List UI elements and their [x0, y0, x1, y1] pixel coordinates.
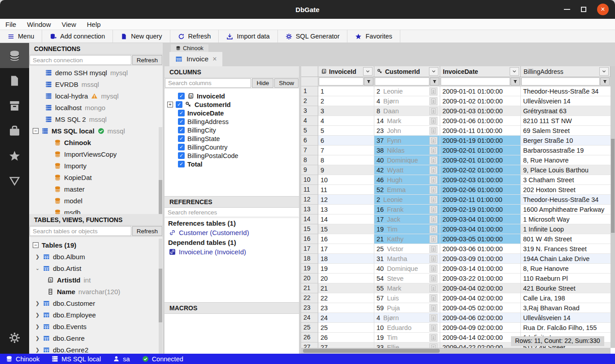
activitybar-settings[interactable] — [0, 325, 29, 350]
open-lookup-button[interactable] — [429, 146, 437, 154]
row-number[interactable]: 24 — [301, 313, 318, 323]
row-number[interactable]: 5 — [301, 126, 318, 136]
open-lookup-button[interactable] — [429, 117, 437, 125]
table-item[interactable]: ⌄ dbo.Artist — [29, 262, 163, 274]
close-button[interactable]: × — [597, 4, 609, 15]
cell-billingaddress[interactable]: Ullevålsveien 14 — [521, 313, 611, 323]
cell-invoiceid[interactable]: 1 — [318, 86, 374, 96]
cell-customerid[interactable]: 59 Puja — [374, 303, 440, 313]
row-number[interactable]: 21 — [301, 283, 318, 293]
table-item[interactable]: ❯ dbo.Genre2 — [29, 344, 163, 354]
row-number[interactable]: 19 — [301, 264, 318, 274]
row-number[interactable]: 8 — [301, 155, 318, 165]
checked-checkbox[interactable]: ✓ — [178, 118, 185, 125]
cell-customerid[interactable]: 10 Eduardo — [374, 323, 440, 333]
row-number[interactable]: 15 — [301, 224, 318, 234]
cell-customerid[interactable]: 25 Victor — [374, 244, 440, 254]
cell-invoicedate[interactable]: 2009-02-01 01:00:00 — [440, 155, 521, 165]
column-checkbox-row[interactable]: ✓ BillingAddress — [165, 117, 299, 126]
cell-customerid[interactable]: 33 Ellie — [374, 343, 440, 348]
cell-invoicedate[interactable]: 2009-03-05 01:00:00 — [440, 234, 521, 244]
cell-invoiceid[interactable]: 2 — [318, 96, 374, 106]
reference-link[interactable]: Customer (CustomerId) — [165, 228, 299, 237]
activitybar-item[interactable] — [0, 168, 29, 193]
row-number[interactable]: 4 — [301, 116, 318, 126]
cell-invoiceid[interactable]: 14 — [318, 214, 374, 224]
tables-refresh-button[interactable]: Refresh — [132, 226, 162, 236]
row-number[interactable]: 25 — [301, 323, 318, 333]
cell-invoicedate[interactable]: 2009-01-19 01:00:00 — [440, 136, 521, 146]
cell-invoiceid[interactable]: 4 — [318, 116, 374, 126]
activitybar-item[interactable] — [0, 68, 29, 93]
row-number[interactable]: 17 — [301, 244, 318, 254]
filter-button[interactable] — [364, 77, 373, 86]
open-lookup-button[interactable] — [429, 235, 437, 243]
cell-invoicedate[interactable]: 2009-02-01 01:00:00 — [440, 146, 521, 155]
row-number[interactable]: 9 — [301, 165, 318, 175]
cell-invoiceid[interactable]: 13 — [318, 205, 374, 214]
table-item[interactable]: ❯ dbo.Genre — [29, 332, 163, 344]
cell-customerid[interactable]: 21 Kathy — [374, 234, 440, 244]
chevron-right-icon[interactable]: ❯ — [35, 347, 40, 353]
open-lookup-button[interactable] — [429, 137, 437, 145]
cell-invoiceid[interactable]: 16 — [318, 234, 374, 244]
cell-customerid[interactable]: 42 Wyatt — [374, 165, 440, 175]
cell-customerid[interactable]: 19 Tim — [374, 224, 440, 234]
checked-checkbox[interactable]: ✓ — [178, 152, 185, 159]
grid-column-header-invoiceId[interactable]: 1 InvoiceId — [318, 66, 374, 77]
row-number[interactable]: 23 — [301, 303, 318, 313]
open-lookup-button[interactable] — [429, 206, 437, 214]
connection-item[interactable]: ImportViewsCopy — [29, 148, 163, 160]
menu-help[interactable]: Help — [87, 21, 101, 28]
statusbar-connected[interactable]: Connected — [142, 355, 183, 363]
cell-billingaddress[interactable]: Ullevålsveien 14 — [521, 96, 611, 106]
cell-billingaddress[interactable]: 194A Chain Lake Drive — [521, 254, 611, 264]
row-number[interactable]: 3 — [301, 106, 318, 116]
column-checkbox-row[interactable]: ✓ InvoiceDate — [165, 109, 299, 117]
columns-hide-button[interactable]: Hide — [252, 78, 273, 88]
row-number[interactable]: 7 — [301, 146, 318, 155]
checked-checkbox[interactable]: ✓ — [178, 135, 185, 142]
filter-button[interactable] — [600, 77, 610, 86]
row-number[interactable]: 18 — [301, 254, 318, 264]
columns-search-input[interactable] — [165, 78, 251, 88]
toolbar-sql-generator-button[interactable]: SQL Generator — [278, 30, 348, 43]
cell-customerid[interactable]: 40 Dominique — [374, 155, 440, 165]
tab-close-icon[interactable]: × — [212, 56, 217, 63]
filter-button[interactable] — [430, 77, 439, 86]
open-lookup-button[interactable] — [429, 314, 437, 322]
toolbar-menu-button[interactable]: Menu — [0, 30, 42, 43]
column-menu-button[interactable] — [599, 67, 609, 76]
cell-billingaddress[interactable]: 202 Hoxton Street — [521, 185, 611, 195]
column-checkbox-row[interactable]: ✓ BillingCountry — [165, 143, 299, 151]
minimize-button[interactable] — [564, 9, 570, 10]
row-number[interactable]: 12 — [301, 195, 318, 205]
connection-item[interactable]: master — [29, 183, 163, 195]
open-lookup-button[interactable] — [429, 107, 437, 115]
open-lookup-button[interactable] — [429, 343, 437, 348]
cell-customerid[interactable]: 46 Hugh — [374, 175, 440, 185]
connection-item[interactable]: EVRDB mssql — [29, 78, 163, 90]
cell-invoiceid[interactable]: 11 — [318, 185, 374, 195]
collapse-expander[interactable]: − — [33, 128, 39, 134]
row-number[interactable]: 20 — [301, 274, 318, 283]
maximize-button[interactable] — [581, 7, 586, 12]
cell-invoiceid[interactable]: 15 — [318, 224, 374, 234]
cell-customerid[interactable]: 4 Bjørn — [374, 313, 440, 323]
cell-customerid[interactable]: 57 Luis — [374, 293, 440, 303]
cell-invoiceid[interactable]: 7 — [318, 146, 374, 155]
column-checkbox-row[interactable]: ✓ BillingCity — [165, 126, 299, 134]
cell-invoicedate[interactable]: 2009-03-04 01:00:00 — [440, 214, 521, 224]
cell-invoiceid[interactable]: 24 — [318, 313, 374, 323]
column-filter-input[interactable] — [375, 77, 429, 86]
cell-billingaddress[interactable]: 319 N. Frances Street — [521, 244, 611, 254]
column-menu-button[interactable] — [429, 67, 438, 76]
cell-invoiceid[interactable]: 27 — [318, 343, 374, 348]
cell-invoicedate[interactable]: 2009-01-11 01:00:00 — [440, 126, 521, 136]
row-number[interactable]: 6 — [301, 136, 318, 146]
column-checkbox-row[interactable]: ✓ BillingState — [165, 134, 299, 143]
cell-billingaddress[interactable]: 110 Raeburn Pl — [521, 274, 611, 283]
chevron-right-icon[interactable]: ❯ — [35, 254, 40, 260]
open-lookup-button[interactable] — [429, 225, 437, 233]
activitybar-item[interactable] — [0, 43, 29, 68]
